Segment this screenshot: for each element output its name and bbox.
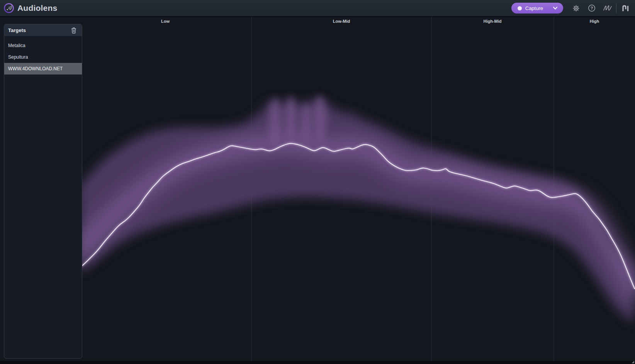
targets-title: Targets	[8, 27, 70, 33]
band-label-low: Low	[161, 19, 170, 24]
spectrum-plume	[301, 103, 311, 143]
spectrum-plume	[285, 97, 297, 141]
spectrum-plume	[313, 96, 327, 142]
band-label-low-mid: Low-Mid	[333, 19, 350, 24]
capture-button[interactable]: Capture	[511, 3, 563, 14]
band-label-high-mid: High-Mid	[483, 19, 501, 24]
help-icon[interactable]: ?	[587, 3, 596, 13]
capture-button-label: Capture	[525, 5, 543, 11]
target-item-sepultura[interactable]: Sepultura	[4, 51, 82, 63]
resize-grip[interactable]	[632, 361, 634, 363]
audiolens-logo-icon	[3, 3, 14, 14]
app-header: Audiolens Capture ?	[0, 0, 635, 17]
spectrum-area: LowLow-MidHigh-MidHigh	[0, 17, 635, 364]
header-divider	[616, 3, 616, 13]
target-item-www4download[interactable]: WWW.4DOWNLOAD.NET	[4, 63, 82, 74]
band-label-high: High	[590, 19, 599, 24]
target-item-label: Metalica	[8, 43, 25, 48]
settings-gear-icon[interactable]	[571, 3, 581, 13]
scribble-signature-icon[interactable]	[603, 3, 612, 13]
target-item-label: Sepultura	[8, 54, 28, 60]
svg-text:?: ?	[591, 6, 593, 10]
target-item-metalica[interactable]: Metalica	[4, 40, 82, 51]
ni-logo-icon[interactable]	[620, 4, 632, 12]
trash-icon[interactable]	[70, 27, 77, 34]
bottom-strip	[0, 361, 635, 364]
targets-panel-header: Targets	[4, 24, 82, 37]
targets-list: Metalica Sepultura WWW.4DOWNLOAD.NET	[4, 37, 82, 74]
app-title: Audiolens	[17, 3, 57, 13]
chevron-down-icon[interactable]	[553, 6, 558, 10]
record-dot-icon	[518, 6, 522, 10]
targets-panel: Targets Metalica Sepultura WWW.4DOWNLOAD…	[4, 24, 82, 359]
target-item-label: WWW.4DOWNLOAD.NET	[8, 66, 63, 71]
spectrum-chart	[0, 17, 635, 364]
spectrum-plume	[269, 98, 281, 146]
spectrum-band	[79, 100, 635, 322]
